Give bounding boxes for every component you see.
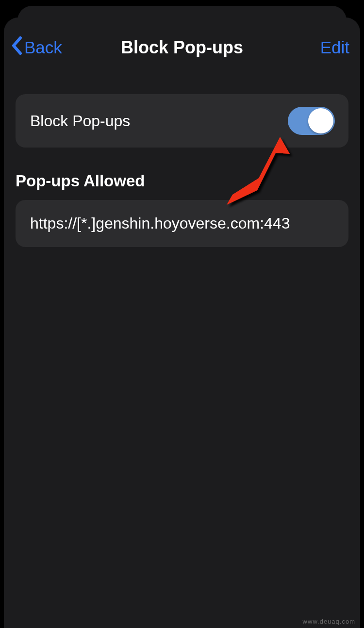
block-popups-label: Block Pop-ups bbox=[30, 112, 130, 130]
allowed-site-row[interactable]: https://[*.]genshin.hoyoverse.com:443 bbox=[16, 200, 348, 247]
chevron-left-icon bbox=[11, 36, 22, 59]
toggle-group: Block Pop-ups bbox=[16, 94, 348, 148]
back-button[interactable]: Back bbox=[11, 36, 62, 59]
navigation-bar: Back Block Pop-ups Edit bbox=[4, 17, 360, 69]
allowed-site-url: https://[*.]genshin.hoyoverse.com:443 bbox=[30, 215, 334, 232]
content-area: Block Pop-ups Pop-ups Allowed https://[*… bbox=[4, 69, 360, 247]
settings-sheet: Back Block Pop-ups Edit Block Pop-ups Po… bbox=[4, 17, 360, 628]
toggle-knob bbox=[308, 108, 333, 133]
popups-allowed-header: Pop-ups Allowed bbox=[16, 172, 348, 190]
back-label: Back bbox=[24, 38, 62, 57]
edit-button[interactable]: Edit bbox=[320, 38, 349, 57]
watermark: www.deuaq.com bbox=[303, 618, 355, 625]
block-popups-toggle[interactable] bbox=[288, 107, 335, 135]
block-popups-row: Block Pop-ups bbox=[16, 94, 348, 148]
page-title: Block Pop-ups bbox=[121, 37, 243, 58]
